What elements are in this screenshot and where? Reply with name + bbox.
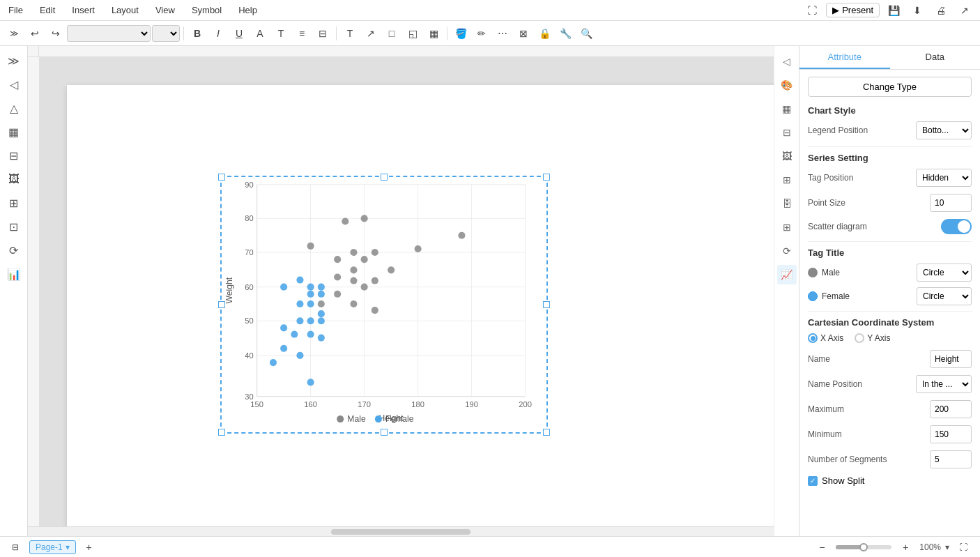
sidebar-select-icon[interactable]: ◁ — [3, 74, 24, 95]
point-size-input[interactable] — [930, 194, 972, 212]
sidebar-chart-icon[interactable]: 📊 — [3, 264, 24, 284]
segments-label: Number of Segments — [808, 455, 930, 464]
male-shape-select[interactable]: Circle Square Triangle Diamond — [917, 264, 972, 282]
name-row: Name — [808, 350, 972, 368]
callout-button[interactable]: ◱ — [403, 24, 422, 43]
panel-select-icon[interactable]: ◁ — [777, 52, 797, 71]
download-button[interactable]: ⬇ — [908, 1, 927, 20]
maximum-input[interactable] — [930, 400, 972, 418]
sidebar-layer-icon[interactable]: ⊟ — [3, 145, 24, 166]
connector-button[interactable]: ↗ — [361, 24, 381, 43]
tab-data[interactable]: Data — [890, 46, 981, 69]
segments-input[interactable] — [930, 450, 972, 468]
menu-file[interactable]: File — [6, 3, 26, 17]
menu-symbol[interactable]: Symbol — [189, 3, 224, 17]
menu-view[interactable]: View — [153, 3, 178, 17]
shape-button[interactable]: □ — [382, 24, 401, 43]
fullscreen-button[interactable]: ⛶ — [802, 2, 822, 19]
add-page-button[interactable]: + — [82, 540, 97, 555]
panel-paint-icon[interactable]: 🎨 — [777, 75, 797, 95]
font-color-button[interactable]: A — [250, 24, 270, 43]
change-type-button[interactable]: Change Type — [808, 77, 972, 97]
text-bg-button[interactable]: T — [271, 24, 291, 43]
crop-button[interactable]: ⊠ — [514, 24, 533, 43]
undo-button[interactable]: ↩ — [25, 24, 45, 43]
name-input[interactable] — [930, 350, 972, 368]
scrollbar-horizontal[interactable] — [28, 526, 774, 536]
font-selector[interactable] — [67, 25, 151, 42]
panel-image-icon[interactable]: 🖼 — [777, 146, 797, 166]
panel-chart-icon[interactable]: 📈 — [777, 265, 797, 284]
handle-bc[interactable] — [381, 429, 388, 436]
italic-button[interactable]: I — [208, 24, 228, 43]
sidebar-org-icon[interactable]: ⊞ — [3, 192, 24, 213]
underline-button[interactable]: U — [229, 24, 249, 43]
align-button[interactable]: ≡ — [292, 24, 312, 43]
zoom-in-button[interactable]: + — [896, 537, 915, 557]
sidebar-shape-icon[interactable]: △ — [3, 98, 24, 119]
indent-button[interactable]: ⊟ — [313, 24, 332, 43]
zoom-out-button[interactable]: − — [812, 537, 832, 557]
y-axis-radio[interactable]: Y Axis — [855, 333, 890, 343]
share-button[interactable]: ↗ — [955, 1, 974, 20]
sidebar-image-icon[interactable]: 🖼 — [3, 169, 24, 190]
page-tab-1[interactable]: Page-1 ▾ — [29, 540, 76, 554]
chart-container[interactable]: 90 80 70 60 50 40 30 150 160 170 180 — [220, 176, 548, 434]
minimum-input[interactable] — [930, 425, 972, 443]
border-button[interactable]: ⋯ — [493, 24, 512, 43]
expand-toolbar-button[interactable]: ≫ — [4, 24, 24, 43]
sidebar-grid-icon[interactable]: ⊡ — [3, 216, 24, 237]
present-button[interactable]: ▶ Present — [826, 3, 880, 17]
tools-button[interactable]: 🔧 — [556, 24, 575, 43]
x-axis-radio[interactable]: X Axis — [808, 333, 843, 343]
handle-mr[interactable] — [543, 301, 550, 308]
handle-bl[interactable] — [218, 429, 225, 436]
handle-ml[interactable] — [218, 301, 225, 308]
print-button[interactable]: 🖨 — [931, 1, 951, 20]
zoom-slider-track[interactable] — [836, 545, 891, 549]
save-button[interactable]: 💾 — [884, 1, 903, 20]
handle-tl[interactable] — [218, 174, 225, 181]
zoom-slider-thumb[interactable] — [859, 543, 868, 551]
panel-org-icon[interactable]: ⊞ — [777, 170, 797, 190]
scroll-thumb[interactable] — [331, 529, 470, 535]
scatter-toggle[interactable] — [941, 219, 972, 234]
panel-db-icon[interactable]: 🗄 — [777, 194, 797, 213]
menu-insert[interactable]: Insert — [69, 3, 98, 17]
search-button[interactable]: 🔍 — [576, 24, 596, 43]
show-split-checkbox[interactable]: ✓ — [808, 476, 818, 486]
panel-grid2-icon[interactable]: ▦ — [777, 99, 797, 119]
pen-button[interactable]: ✏ — [472, 24, 491, 43]
menu-layout[interactable]: Layout — [109, 3, 141, 17]
sidebar-expand-icon[interactable]: ≫ — [3, 50, 24, 71]
toggle-panel-button[interactable]: ⊟ — [7, 540, 24, 555]
menu-help[interactable]: Help — [236, 3, 260, 17]
text-box-button[interactable]: T — [340, 24, 360, 43]
handle-br[interactable] — [543, 429, 550, 436]
name-position-select[interactable]: In the ... Start Middle — [916, 375, 972, 393]
panel-layers-icon[interactable]: ⊟ — [777, 123, 797, 142]
menu-edit[interactable]: Edit — [37, 3, 58, 17]
fit-page-button[interactable]: ⛶ — [954, 537, 973, 557]
svg-point-53 — [307, 284, 314, 291]
font-size-selector[interactable] — [152, 25, 180, 42]
tag-position-select[interactable]: Hidden Top Bottom Left Right — [916, 169, 972, 187]
canvas-inner[interactable]: 90 80 70 60 50 40 30 150 160 170 180 — [39, 57, 774, 526]
redo-button[interactable]: ↪ — [46, 24, 66, 43]
table-button[interactable]: ▦ — [424, 24, 443, 43]
female-shape-select[interactable]: Circle Square Triangle Diamond — [917, 287, 972, 305]
sidebar-history-icon[interactable]: ⟳ — [3, 240, 24, 261]
handle-tc[interactable] — [381, 174, 388, 181]
legend-position-select[interactable]: Botto... Top Left Right Hidden — [916, 121, 972, 139]
panel-resize-icon[interactable]: ⊞ — [777, 218, 797, 237]
fill-button[interactable]: 🪣 — [451, 24, 470, 43]
panel-history-icon[interactable]: ⟳ — [777, 241, 797, 261]
bold-button[interactable]: B — [187, 24, 207, 43]
sidebar-table-icon[interactable]: ▦ — [3, 121, 24, 142]
tab-attribute[interactable]: Attribute — [799, 46, 890, 69]
female-tag-row: Female Circle Square Triangle Diamond — [808, 287, 972, 305]
handle-tr[interactable] — [543, 174, 550, 181]
svg-rect-1 — [28, 57, 39, 526]
right-panel: Attribute Data Change Type Chart Style L… — [799, 46, 980, 536]
lock-button[interactable]: 🔒 — [535, 24, 554, 43]
